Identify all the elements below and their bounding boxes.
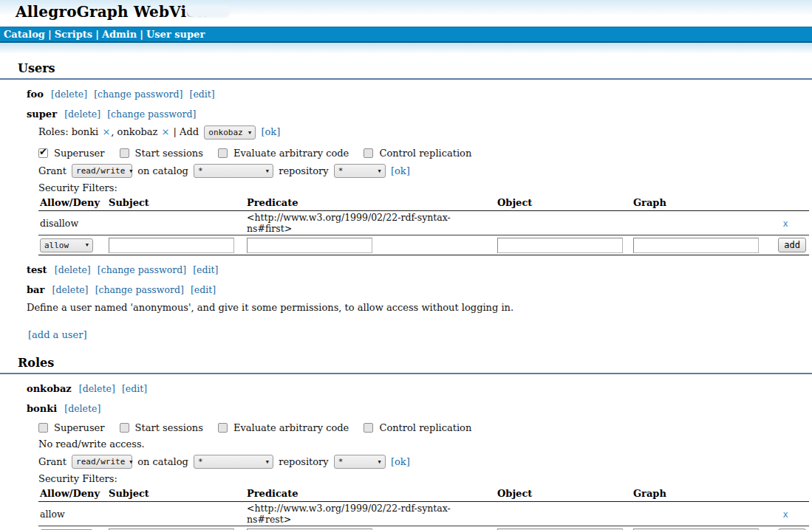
delete-filter-link[interactable]: x (782, 509, 788, 520)
predicate-input[interactable] (247, 238, 372, 253)
allow-deny-select[interactable]: allow ▼ (40, 238, 93, 252)
repository-select-value: * (338, 457, 344, 467)
nav-item-user-super[interactable]: User super (146, 29, 205, 40)
col-graph: Graph (632, 196, 762, 211)
user-name: super (27, 109, 57, 120)
allow-deny-value: allow (44, 241, 69, 250)
grant-label: Grant (38, 456, 66, 467)
ok-grant-link[interactable]: [ok] (391, 165, 410, 176)
edit-user-link[interactable]: [edit] (193, 264, 218, 275)
change-password-link[interactable]: [change password] (94, 89, 182, 100)
users-section-heading: Users (0, 59, 812, 80)
control-replication-checkbox[interactable] (364, 423, 373, 433)
roles-label: Roles: (38, 126, 69, 137)
ok-grant-link[interactable]: [ok] (391, 456, 410, 467)
chevron-down-icon: ▼ (129, 459, 132, 465)
object-input[interactable] (497, 238, 623, 253)
roles-section-heading: Roles (0, 354, 812, 374)
chevron-down-icon: ▼ (378, 168, 381, 174)
user-row-bar: bar [delete] [change password] [edit] (27, 284, 812, 295)
super-grant-line: Grant read/write ▼ on catalog * ▼ reposi… (38, 164, 812, 178)
repository-select[interactable]: * ▼ (334, 455, 386, 469)
graph-input[interactable] (633, 238, 759, 253)
col-allow-deny: Allow/Deny (38, 486, 107, 502)
control-replication-label: Control replication (379, 422, 471, 433)
col-subject: Subject (107, 486, 245, 502)
col-actions (762, 196, 809, 211)
repository-label: repository (279, 456, 329, 467)
delete-user-link[interactable]: [delete] (52, 284, 89, 295)
start-sessions-checkbox[interactable] (120, 148, 129, 158)
filters-header-row: Allow/Deny Subject Predicate Object Grap… (38, 486, 809, 502)
no-access-note: No read/write access. (38, 438, 812, 450)
nav-separator: | (48, 29, 52, 40)
change-password-link[interactable]: [change password] (107, 109, 196, 120)
filter-row: disallow <http://www.w3.org/1999/02/22-r… (38, 211, 809, 235)
col-object: Object (496, 196, 632, 211)
nav-item-admin[interactable]: Admin (102, 29, 137, 40)
check-icon: ✔ (39, 147, 47, 156)
edit-role-link[interactable]: [edit] (122, 383, 147, 394)
add-role-label: | Add (174, 126, 199, 137)
bonki-permissions: Superuser Start sessions Evaluate arbitr… (38, 422, 812, 433)
chevron-down-icon: ▼ (129, 168, 132, 174)
repository-label: repository (279, 165, 329, 176)
catalog-select-value: * (198, 457, 203, 467)
start-sessions-checkbox[interactable] (120, 423, 129, 433)
remove-role-icon[interactable]: × (102, 126, 110, 137)
edit-user-link[interactable]: [edit] (190, 89, 215, 100)
catalog-select[interactable]: * ▼ (194, 164, 273, 178)
ok-add-role-link[interactable]: [ok] (261, 126, 280, 137)
access-type-select[interactable]: read/write ▼ (72, 455, 132, 469)
catalog-select-value: * (198, 166, 203, 176)
control-replication-checkbox[interactable] (364, 148, 373, 158)
add-user-link[interactable]: [add a user] (28, 329, 87, 340)
delete-user-link[interactable]: [delete] (51, 89, 87, 100)
change-password-link[interactable]: [change password] (98, 264, 186, 275)
security-filters-label: Security Filters: (38, 473, 812, 484)
super-permissions: ✔Superuser Start sessions Evaluate arbit… (38, 148, 812, 159)
remove-role-icon[interactable]: × (162, 126, 170, 137)
new-filter-row: allow ▼ add (38, 526, 809, 530)
delete-role-link[interactable]: [delete] (79, 383, 115, 394)
col-allow-deny: Allow/Deny (38, 196, 107, 211)
role-row-onkobaz: onkobaz [delete] [edit] (27, 383, 812, 394)
nav-item-catalog[interactable]: Catalog (4, 29, 45, 40)
col-graph: Graph (632, 486, 762, 502)
role-row-bonki: bonki [delete] (27, 403, 812, 414)
delete-user-link[interactable]: [delete] (64, 109, 100, 120)
user-name: foo (27, 89, 44, 100)
delete-filter-link[interactable]: x (782, 218, 788, 229)
nav-separator: | (95, 29, 99, 40)
user-row-super: super [delete] [change password] (27, 109, 812, 120)
chevron-down-icon: ▼ (266, 459, 269, 465)
add-filter-button[interactable]: add (778, 238, 806, 252)
user-row-foo: foo [delete] [change password] [edit] (27, 89, 812, 100)
change-password-link[interactable]: [change password] (95, 284, 184, 295)
role-select-value: onkobaz (208, 128, 242, 137)
repository-select[interactable]: * ▼ (334, 164, 386, 178)
user-row-test: test [delete] [change password] [edit] (27, 264, 812, 275)
evaluate-code-checkbox[interactable] (218, 148, 228, 158)
evaluate-code-checkbox[interactable] (218, 423, 228, 433)
evaluate-code-label: Evaluate arbitrary code (233, 148, 349, 159)
edit-user-link[interactable]: [edit] (191, 284, 216, 295)
filter-allow-deny: disallow (38, 211, 107, 235)
filter-subject (107, 211, 245, 235)
filter-graph (632, 211, 762, 235)
delete-role-link[interactable]: [delete] (64, 403, 100, 414)
superuser-checkbox[interactable] (38, 423, 48, 433)
filter-subject (107, 502, 245, 526)
nav-item-scripts[interactable]: Scripts (55, 29, 93, 40)
evaluate-code-label: Evaluate arbitrary code (233, 422, 349, 433)
start-sessions-label: Start sessions (135, 148, 203, 159)
filter-predicate: <http://www.w3.org/1999/02/22-rdf-syntax… (245, 502, 496, 526)
superuser-checkbox[interactable]: ✔ (38, 148, 48, 158)
role-select[interactable]: onkobaz ▼ (204, 125, 256, 140)
subject-input[interactable] (109, 238, 234, 253)
access-type-select[interactable]: read/write ▼ (72, 164, 132, 178)
bonki-security-filters-table: Allow/Deny Subject Predicate Object Grap… (38, 486, 809, 530)
catalog-select[interactable]: * ▼ (194, 455, 273, 469)
delete-user-link[interactable]: [delete] (55, 264, 91, 275)
assigned-role-bonki: bonki (72, 126, 99, 137)
